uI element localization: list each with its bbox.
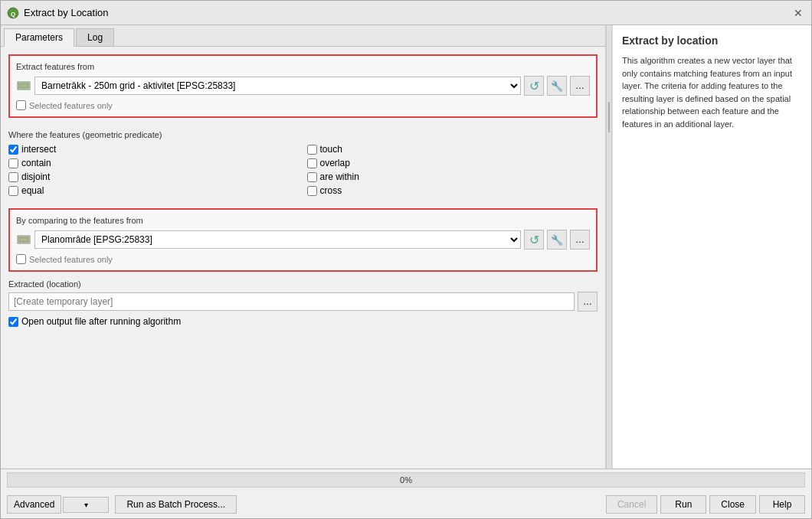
comparing-selected-features-label: Selected features only xyxy=(29,255,113,264)
predicate-cross: cross xyxy=(307,185,598,196)
predicate-intersect-checkbox[interactable] xyxy=(8,145,18,155)
predicate-are-within-label: are within xyxy=(320,171,359,182)
predicate-are-within-checkbox[interactable] xyxy=(307,172,317,182)
help-button[interactable]: Help xyxy=(759,495,805,514)
output-section: Extracted (location) … Open output file … xyxy=(8,279,598,327)
extract-features-group: Extract features from Barnetrâkk - 250m … xyxy=(8,54,598,118)
wrench-extract-button[interactable]: 🔧 xyxy=(547,76,567,96)
comparing-features-dropdown[interactable]: Planomrâde [EPSG:25833] xyxy=(34,230,521,249)
output-row: … xyxy=(8,292,598,312)
close-button[interactable]: Close xyxy=(709,495,756,514)
predicate-contain: contain xyxy=(8,158,300,168)
divider xyxy=(606,25,612,468)
progress-text: 0% xyxy=(400,475,412,485)
more-comparing-button[interactable]: … xyxy=(570,230,590,250)
main-window: Q Extract by Location ✕ Parameters Log E… xyxy=(0,0,812,519)
predicate-equal: equal xyxy=(8,185,300,196)
tab-log[interactable]: Log xyxy=(76,28,114,46)
bottom-buttons: Advanced ▾ Run as Batch Process... Cance… xyxy=(1,491,811,518)
selected-features-only-row: Selected features only xyxy=(16,100,590,110)
open-output-row: Open output file after running algorithm xyxy=(8,316,598,327)
extract-features-row: Barnetrâkk - 250m grid - aktivitet [EPSG… xyxy=(16,76,590,96)
predicate-contain-checkbox[interactable] xyxy=(8,158,18,168)
bottom-left-buttons: Advanced ▾ Run as Batch Process... xyxy=(7,495,237,514)
window-close-button[interactable]: ✕ xyxy=(791,6,805,20)
tab-parameters[interactable]: Parameters xyxy=(4,28,74,47)
comparing-selected-features-row: Selected features only xyxy=(16,254,590,264)
predicate-overlap-label: overlap xyxy=(320,158,350,168)
comparing-vector-layer-icon xyxy=(17,233,31,246)
comparing-features-row: Planomrâde [EPSG:25833] ↺ 🔧 … xyxy=(16,230,590,250)
vector-layer-icon xyxy=(17,79,31,93)
run-button[interactable]: Run xyxy=(660,495,706,514)
output-label: Extracted (location) xyxy=(8,279,598,289)
comparing-features-label: By comparing to the features from xyxy=(16,216,590,225)
predicate-cross-checkbox[interactable] xyxy=(307,186,317,196)
params-panel: Extract features from Barnetrâkk - 250m … xyxy=(1,47,605,468)
comparing-features-group: By comparing to the features from Planom… xyxy=(8,208,598,272)
title-bar: Q Extract by Location ✕ xyxy=(1,1,811,25)
more-extract-button[interactable]: … xyxy=(570,76,590,96)
advanced-arrow-button[interactable]: ▾ xyxy=(63,497,109,513)
open-output-label: Open output file after running algorithm xyxy=(21,316,181,327)
qgis-logo-icon: Q xyxy=(7,7,19,19)
predicate-disjoint-label: disjoint xyxy=(21,171,50,182)
main-content: Parameters Log Extract features from xyxy=(1,25,811,468)
predicate-disjoint-checkbox[interactable] xyxy=(8,172,18,182)
window-title: Extract by Location xyxy=(24,7,109,18)
left-panel: Parameters Log Extract features from xyxy=(1,25,606,468)
predicate-overlap-checkbox[interactable] xyxy=(307,158,317,168)
advanced-button[interactable]: Advanced xyxy=(7,495,61,514)
output-input[interactable] xyxy=(8,292,575,311)
predicate-touch-label: touch xyxy=(320,144,342,155)
predicate-equal-checkbox[interactable] xyxy=(8,186,18,196)
predicate-disjoint: disjoint xyxy=(8,171,300,182)
predicate-intersect-label: intersect xyxy=(21,144,56,155)
bottom-section: 0% Advanced ▾ Run as Batch Process... Ca… xyxy=(1,468,811,518)
predicate-intersect: intersect xyxy=(8,144,300,155)
comparing-selected-features-checkbox[interactable] xyxy=(16,254,26,264)
open-output-checkbox[interactable] xyxy=(8,317,18,327)
refresh-comparing-button[interactable]: ↺ xyxy=(524,230,544,250)
extract-features-label: Extract features from xyxy=(16,62,590,71)
output-more-button[interactable]: … xyxy=(578,292,598,312)
svg-rect-3 xyxy=(19,83,28,88)
predicate-are-within: are within xyxy=(307,171,598,182)
help-text: This algorithm creates a new vector laye… xyxy=(622,54,802,130)
svg-text:Q: Q xyxy=(11,11,15,18)
bottom-right-buttons: Cancel Run Close Help xyxy=(606,495,805,514)
help-title: Extract by location xyxy=(622,34,802,47)
comparing-layer-icon xyxy=(16,232,31,247)
tabs-container: Parameters Log xyxy=(1,25,605,47)
batch-process-button[interactable]: Run as Batch Process... xyxy=(115,495,237,514)
predicate-overlap: overlap xyxy=(307,158,598,168)
predicate-label: Where the features (geometric predicate) xyxy=(8,130,598,139)
wrench-comparing-button[interactable]: 🔧 xyxy=(547,230,567,250)
svg-rect-5 xyxy=(19,237,28,242)
cancel-button[interactable]: Cancel xyxy=(606,495,657,514)
predicate-section: Where the features (geometric predicate)… xyxy=(8,126,598,201)
title-bar-left: Q Extract by Location xyxy=(7,7,109,19)
selected-features-only-label: Selected features only xyxy=(29,101,113,110)
predicate-cross-label: cross xyxy=(320,185,342,196)
progress-bar-container: 0% xyxy=(7,472,805,488)
layer-icon xyxy=(16,78,31,93)
refresh-extract-button[interactable]: ↺ xyxy=(524,76,544,96)
predicate-equal-label: equal xyxy=(21,185,44,196)
predicate-touch: touch xyxy=(307,144,598,155)
predicate-contain-label: contain xyxy=(21,158,51,168)
predicate-touch-checkbox[interactable] xyxy=(307,145,317,155)
help-panel: Extract by location This algorithm creat… xyxy=(612,25,811,468)
selected-features-only-checkbox[interactable] xyxy=(16,100,26,110)
extract-features-dropdown[interactable]: Barnetrâkk - 250m grid - aktivitet [EPSG… xyxy=(34,77,521,95)
predicate-grid: intersect touch contain overlap xyxy=(8,144,598,196)
